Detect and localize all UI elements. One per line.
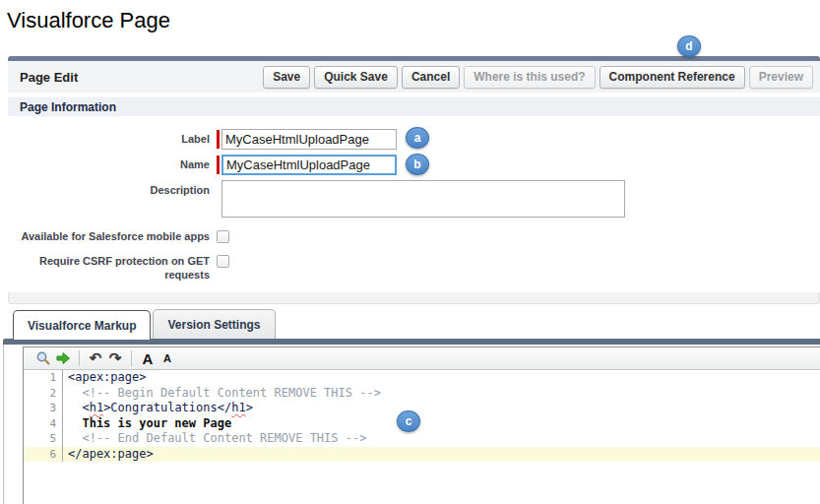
name-field-label: Name	[8, 155, 210, 175]
description-field-label: Description	[8, 180, 210, 218]
annotation-badge-a: a	[406, 127, 429, 149]
name-input[interactable]	[221, 155, 397, 175]
code-line[interactable]: 4 This is your new Page	[24, 416, 820, 432]
code-text: <!-- End Default Content REMOVE THIS -->	[63, 431, 366, 447]
line-number: 6	[24, 447, 63, 463]
page-title: Visualforce Page	[7, 8, 170, 33]
code-text: <h1>Congratulations</h1>	[63, 401, 253, 416]
label-field-label: Label	[8, 129, 210, 150]
description-field-row: Description	[8, 180, 820, 218]
action-button-row: SaveQuick SaveCancelWhere is this used?C…	[263, 66, 816, 89]
mobile-apps-row: Available for Salesforce mobile apps	[8, 226, 820, 244]
tab-row: Visualforce MarkupVersion Settings	[3, 305, 820, 339]
code-area[interactable]: 1<apex:page>2 <!-- Begin Default Content…	[24, 370, 820, 504]
go-icon[interactable]	[53, 348, 73, 368]
csrf-row: Require CSRF protection on GET requests	[8, 251, 820, 283]
toolbar-divider	[79, 350, 80, 366]
code-text: This is your new Page	[63, 416, 231, 432]
required-indicator	[217, 156, 220, 174]
component-reference-button[interactable]: Component Reference	[599, 66, 745, 89]
code-line[interactable]: 3 <h1>Congratulations</h1>	[24, 401, 820, 416]
required-indicator	[217, 130, 220, 149]
mobile-apps-checkbox[interactable]	[217, 230, 229, 243]
tab-version-settings[interactable]: Version Settings	[153, 309, 275, 339]
quick-save-button[interactable]: Quick Save	[314, 66, 398, 89]
csrf-label: Require CSRF protection on GET requests	[8, 251, 210, 283]
label-input[interactable]	[221, 129, 397, 150]
annotation-badge-d: d	[677, 35, 701, 57]
markup-tabs-section: Visualforce MarkupVersion Settings ↶↷AA …	[3, 305, 820, 504]
preview-button: Preview	[749, 66, 813, 89]
code-text: </apex:page>	[63, 447, 154, 463]
mobile-apps-label: Available for Salesforce mobile apps	[8, 226, 210, 244]
description-textarea[interactable]	[221, 180, 625, 218]
code-line[interactable]: 6</apex:page>	[24, 447, 820, 463]
annotation-badge-c: c	[397, 410, 420, 432]
code-line[interactable]: 5 <!-- End Default Content REMOVE THIS -…	[24, 431, 820, 447]
panel-footer	[8, 292, 820, 304]
where-is-this-used-button: Where is this used?	[464, 66, 595, 89]
line-number: 1	[24, 370, 63, 386]
spellcheck-squiggle: h1	[90, 401, 103, 414]
tab-visualforce-markup[interactable]: Visualforce Markup	[13, 310, 151, 340]
line-number: 2	[24, 386, 63, 402]
redo-icon[interactable]: ↷	[105, 348, 125, 368]
page-edit-panel: Page Edit SaveQuick SaveCancelWhere is t…	[8, 56, 820, 304]
undo-icon[interactable]: ↶	[86, 348, 105, 368]
line-number: 3	[24, 401, 63, 416]
code-line[interactable]: 1<apex:page>	[24, 370, 820, 386]
cancel-button[interactable]: Cancel	[402, 66, 460, 89]
code-empty-area[interactable]	[24, 462, 820, 504]
toolbar-divider	[131, 350, 132, 366]
font-decrease-icon[interactable]: A	[158, 348, 177, 368]
panel-header-title: Page Edit	[20, 70, 78, 85]
line-number: 5	[24, 431, 63, 447]
font-increase-icon[interactable]: A	[138, 348, 158, 368]
spellcheck-squiggle: h1	[231, 401, 245, 414]
code-line[interactable]: 2 <!-- Begin Default Content REMOVE THIS…	[24, 386, 820, 402]
csrf-checkbox[interactable]	[217, 255, 229, 268]
save-button[interactable]: Save	[263, 66, 310, 89]
search-icon[interactable]	[33, 348, 53, 368]
code-text: <!-- Begin Default Content REMOVE THIS -…	[63, 386, 381, 402]
line-number: 4	[24, 416, 63, 432]
code-editor: ↶↷AA 1<apex:page>2 <!-- Begin Default Co…	[23, 346, 820, 504]
section-header: Page Information	[8, 96, 820, 116]
gutter-filler	[24, 462, 63, 504]
code-text: <apex:page>	[63, 370, 146, 386]
annotation-badge-b: b	[406, 154, 429, 175]
panel-header: Page Edit SaveQuick SaveCancelWhere is t…	[8, 61, 820, 93]
editor-toolbar: ↶↷AA	[24, 347, 820, 370]
